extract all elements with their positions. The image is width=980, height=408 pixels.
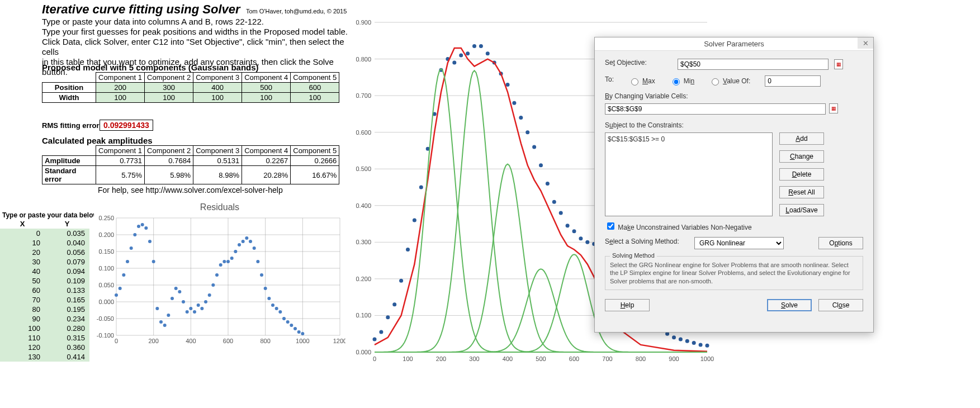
svg-point-133 [512, 101, 516, 105]
valueof-input[interactable] [765, 75, 821, 87]
constraints-list[interactable]: $C$15:$G$15 >= 0 [605, 132, 773, 216]
svg-point-119 [419, 186, 423, 189]
table-row[interactable]: 600.133 [0, 286, 89, 295]
svg-point-48 [182, 300, 185, 303]
table-row[interactable]: 1000.280 [0, 324, 89, 333]
svg-point-140 [559, 211, 563, 215]
svg-point-31 [119, 287, 122, 290]
svg-point-161 [699, 343, 703, 347]
table-row[interactable]: 1300.414 [0, 352, 89, 362]
table-row[interactable]: 700.165 [0, 295, 89, 305]
residuals-chart: Residuals -0.100-0.0500.0000.0500.1000.1… [94, 202, 345, 367]
svg-text:0.400: 0.400 [356, 202, 371, 209]
svg-point-75 [282, 317, 286, 320]
table-row[interactable]: 1100.315 [0, 333, 89, 343]
nonneg-checkbox[interactable]: Make Unconstrained Variables Non-Negativ… [605, 224, 752, 231]
col-header: Component 1 [96, 73, 145, 83]
table-row[interactable]: 500.109 [0, 276, 89, 286]
svg-point-61 [230, 257, 234, 260]
cell-ref-button[interactable]: ▦ [834, 59, 843, 69]
radio-max[interactable]: Max [628, 77, 655, 86]
by-changing-label: By Changing Variable Cells: [605, 92, 688, 100]
svg-point-60 [226, 260, 230, 263]
svg-point-34 [130, 246, 133, 250]
svg-point-138 [546, 182, 550, 186]
svg-point-57 [215, 273, 219, 277]
svg-text:800: 800 [260, 338, 270, 344]
svg-point-49 [186, 310, 189, 314]
delete-button[interactable]: Delete [779, 168, 824, 181]
svg-text:200: 200 [148, 338, 158, 344]
width-label: Width [42, 93, 96, 103]
svg-point-67 [253, 246, 256, 250]
svg-point-79 [297, 330, 301, 334]
cell-ref-button-2[interactable]: ▦ [829, 103, 838, 113]
solver-dialog[interactable]: Solver Parameters ✕ Set Objective: ▦ To:… [594, 37, 874, 333]
table-row[interactable]: 1200.360 [0, 343, 89, 352]
svg-point-144 [585, 240, 589, 244]
svg-point-112 [373, 338, 377, 341]
svg-point-126 [466, 51, 470, 55]
table-row[interactable]: 100.040 [0, 238, 89, 248]
constraints-label: Subject to the Constraints: [605, 121, 684, 129]
svg-point-65 [245, 236, 248, 240]
method-description-box: Solving Method Select the GRG Nonlinear … [605, 256, 863, 290]
svg-point-143 [579, 236, 583, 240]
svg-point-139 [552, 200, 556, 204]
svg-text:700: 700 [602, 355, 612, 362]
to-label: To: [605, 75, 614, 83]
options-button[interactable]: Options [818, 237, 863, 249]
svg-text:0.200: 0.200 [98, 231, 114, 238]
radio-valueof[interactable]: Value Of: [709, 77, 750, 86]
close-button-2[interactable]: Close [818, 299, 863, 311]
svg-point-132 [506, 83, 510, 87]
svg-point-66 [249, 240, 252, 243]
table-row[interactable]: 300.079 [0, 257, 89, 267]
set-objective-label: Set Objective: [605, 59, 672, 67]
rms-label: RMS fitting error [42, 121, 100, 130]
add-button[interactable]: Add [779, 132, 824, 145]
method-select[interactable]: GRG Nonlinear [694, 237, 784, 249]
change-button[interactable]: Change [779, 150, 824, 163]
svg-point-54 [204, 300, 207, 303]
svg-text:0.000: 0.000 [98, 298, 114, 305]
method-box-heading: Solving Method [610, 252, 657, 259]
solve-button[interactable]: Solve [767, 299, 812, 311]
changing-cells-input[interactable] [605, 103, 826, 115]
svg-point-162 [706, 344, 709, 348]
svg-text:900: 900 [669, 355, 679, 362]
table-row[interactable]: 400.094 [0, 267, 89, 276]
help-button[interactable]: Help [605, 299, 650, 311]
svg-point-47 [178, 290, 181, 293]
svg-point-64 [242, 240, 245, 243]
radio-min[interactable]: Min [670, 77, 694, 86]
svg-text:0.700: 0.700 [356, 92, 371, 99]
table-row[interactable]: 200.056 [0, 248, 89, 257]
svg-point-116 [399, 279, 403, 283]
table-row[interactable]: 00.035 [0, 229, 89, 238]
objective-input[interactable] [678, 59, 828, 70]
position-cell[interactable]: 200 [96, 83, 145, 93]
svg-point-136 [532, 145, 536, 149]
svg-point-55 [208, 293, 211, 297]
svg-text:0.100: 0.100 [356, 312, 371, 319]
amplitude-table: Component 1Component 2Component 3Compone… [42, 145, 339, 184]
reset-button[interactable]: Reset All [779, 186, 824, 198]
svg-point-137 [539, 163, 543, 167]
close-button[interactable]: ✕ [858, 37, 873, 49]
svg-text:0.100: 0.100 [98, 265, 114, 272]
svg-point-141 [566, 224, 570, 227]
svg-point-80 [301, 332, 304, 335]
table-row[interactable]: 800.195 [0, 305, 89, 314]
svg-text:0.300: 0.300 [356, 239, 371, 245]
residuals-plot: -0.100-0.0500.0000.0500.1000.1500.2000.2… [94, 212, 345, 363]
svg-text:0.500: 0.500 [356, 165, 371, 172]
svg-point-53 [200, 307, 203, 310]
width-cell[interactable]: 100 [96, 93, 145, 103]
svg-point-117 [406, 248, 410, 252]
table-row[interactable]: 900.234 [0, 314, 89, 324]
svg-text:0.200: 0.200 [356, 276, 371, 282]
loadsave-button[interactable]: Load/Save [779, 204, 824, 216]
svg-point-68 [256, 260, 259, 263]
svg-point-38 [144, 226, 148, 230]
